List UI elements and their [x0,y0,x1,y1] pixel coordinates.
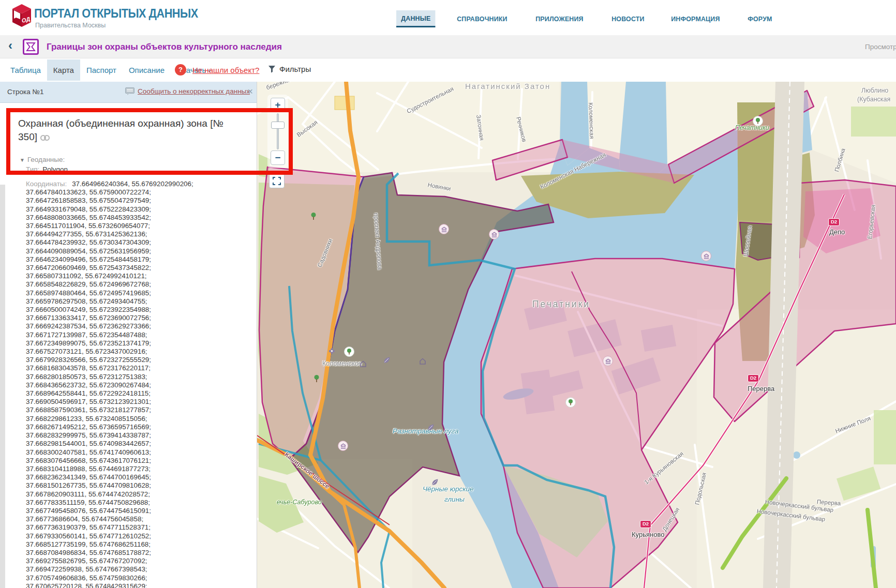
geodata-type: Тип:Polygon [26,165,68,173]
back-button[interactable]: ‹ [8,38,12,53]
coordinates-list: Координаты:37.664966240364, 55.676920299… [26,180,249,588]
record-title: Охранная (объединенная охранная) зона [№… [18,117,225,144]
coordinate-pair: 37.6688587590361, 55.6732181277857; [26,406,249,414]
record-panel-header: Строка №1 Сообщить о некорректных данных… [0,82,257,103]
coordinate-pair: 37.668229861233, 55.6732408515056; [26,415,249,423]
coordinate-pair: 37.6683076456668, 55.6743617076121; [26,457,249,465]
permalink-icon[interactable] [40,131,50,144]
nav-item-информация[interactable]: ИНФОРМАЦИЯ [666,11,725,26]
coordinate-pair: 37.6705749606836, 55.674759830266; [26,574,249,582]
comment-icon [125,87,135,95]
coordinate-pair: 37.6647840133623, 55.6759000722274; [26,188,249,197]
help-icon[interactable]: ? [175,64,186,76]
coordinate-pair: 37.6687084986834, 55.6747685178872; [26,549,249,557]
coordinate-pair: 37.6658548226829, 55.6724969672768; [26,280,249,289]
zoom-out-button[interactable]: − [271,150,285,165]
row-title: Строка №1 [7,88,43,96]
coordinate-pair: 37.6679928326566, 55.6723272555529; [26,356,249,364]
coordinate-pair: 37.6682801850573, 55.672312751383; [26,373,249,381]
coordinate-pair: 37.6684365623732, 55.6723090267484; [26,381,249,389]
coordinate-pair: 37.6659786297508, 55.672493404755; [26,297,249,306]
portal-subtitle: Правительства Москвы [35,22,106,29]
zoom-slider-handle[interactable] [271,122,285,129]
zoom-in-button[interactable]: + [271,98,285,112]
coordinate-pair: 37.6667133633417, 55.6723690072756; [26,314,249,322]
report-link-label: Сообщить о некорректных данных [138,87,250,95]
coordinates-first-line: Координаты:37.664966240364, 55.676920299… [26,180,249,188]
coordinate-pair: 37.6679330560141, 55.6747712610252; [26,532,249,540]
views-counter: Просмотре [865,43,896,51]
coordinate-pair: 37.6678620903111, 55.6744742028572; [26,490,249,499]
coordinate-pair: 37.6660500074249, 55.6723922354988; [26,306,249,314]
coordinate-pair: 37.6646234099496, 55.6725484458179; [26,255,249,264]
report-incorrect-data[interactable]: Сообщить о некорректных данных [125,87,250,95]
map-extent-button[interactable] [269,173,285,188]
tab-таблица[interactable]: Таблица [4,59,47,81]
record-panel: Строка №1 Сообщить о некорректных данных… [0,82,257,588]
funnel-icon [268,65,276,73]
map-zoom-control: + − [267,95,288,168]
coordinate-pair: 37.670625720128, 55.6748429315629; [26,582,249,588]
portal-window: ОД ПОРТАЛ ОТКРЫТЫХ ДАННЫХ Правительства … [0,0,896,588]
coordinate-pair: 37.6677495458076, 55.6744754615091; [26,507,249,515]
coordinate-pair: 37.6681501267735, 55.6744709810628; [26,481,249,490]
coordinate-pair: 37.669472259938, 55.6747667398543; [26,565,249,574]
coordinate-pair: 37.6677833511159, 55.6744750829688; [26,499,249,507]
portal-logo-icon[interactable]: ОД [11,3,32,31]
top-header: ОД ПОРТАЛ ОТКРЫТЫХ ДАННЫХ Правительства … [0,0,896,35]
coordinate-pair: 37.6669242387534, 55.6723629273366; [26,322,249,330]
map-graphics [257,82,896,588]
nav-item-новости[interactable]: НОВОСТИ [607,11,649,26]
coordinate-pair: 37.6683002407581, 55.6741740960613; [26,448,249,457]
coordinate-pair: 37.6689642558441, 55.6722922418115; [26,389,249,398]
coordinate-pair: 37.6682671495212, 55.6736595716569; [26,423,249,431]
filters-button[interactable]: Фильтры [268,65,311,73]
nav-item-данные[interactable]: ДАННЫЕ [396,10,436,27]
panel-gutter [0,185,5,588]
tab-bar: ТаблицаКартаПаспортОписаниеСкачать▾ ? Не… [0,58,896,82]
coordinate-pair: 37.6644090889054, 55.6725631956959; [26,247,249,255]
nav-item-приложения[interactable]: ПРИЛОЖЕНИЯ [531,11,588,26]
coordinate-pair: 37.664494277355, 55.6731425362136; [26,230,249,238]
nav-item-справочники[interactable]: СПРАВОЧНИКИ [452,11,512,26]
tab-паспорт[interactable]: Паспорт [80,59,123,81]
coordinate-pair: 37.6644784239932, 55.6730347304309; [26,238,249,247]
coordinate-pair: 37.66773686604, 55.6744756045858; [26,515,249,523]
coordinate-pair: 37.6692755826795, 55.674767207092; [26,557,249,565]
dataset-header: ‹ Границы зон охраны объектов культурног… [0,35,896,58]
coordinate-pair: 37.665807311092, 55.6724992410121; [26,272,249,280]
portal-title: ПОРТАЛ ОТКРЫТЫХ ДАННЫХ [34,6,198,21]
coordinate-pair: 37.6690504596917, 55.6732123921301; [26,398,249,406]
coordinate-pair: 37.6672349899075, 55.6723521374179; [26,339,249,348]
tab-карта[interactable]: Карта [47,59,80,81]
coordinate-pair: 37.6682832999975, 55.6739414338787; [26,431,249,440]
coordinate-pair: 37.6658974880464, 55.6724957419685; [26,289,249,297]
dataset-title: Границы зон охраны объектов культурного … [47,42,282,52]
coordinate-pair: 37.6682362341349, 55.6744700169645; [26,473,249,481]
tab-описание[interactable]: Описание [123,59,171,81]
coordinate-pair: 37.6649331679048, 55.6752228423309; [26,205,249,214]
close-icon[interactable]: × [247,86,253,97]
main-nav: ДАННЫЕСПРАВОЧНИКИПРИЛОЖЕНИЯНОВОСТИИНФОРМ… [396,9,780,28]
nav-item-форум[interactable]: ФОРУМ [743,11,777,26]
map-canvas[interactable]: бережнаяВысокаяСудостроительнаяЗатоннаяР… [257,82,896,588]
dataset-category-icon [23,39,39,55]
coordinate-pair: 37.6685127735199, 55.6747686251168; [26,540,249,549]
zoom-slider-track[interactable] [277,113,279,149]
coordinate-pair: 37.6671727139987, 55.672354487488; [26,331,249,339]
coordinate-pair: 37.6681683043578, 55.6723176220117; [26,364,249,372]
coordinate-pair: 37.6645117011904, 55.6732609654077; [26,222,249,230]
filters-label: Фильтры [279,65,311,73]
coordinate-pair: 37.6648808033665, 55.6748453933542; [26,214,249,222]
coordinate-pair: 37.6647261858583, 55.6755047297549; [26,197,249,205]
coordinate-pair: 37.6647206609469, 55.6725437345822; [26,264,249,272]
coordinate-pair: 37.6682981544001, 55.6740983442657; [26,440,249,448]
geodata-section-label[interactable]: ▼Геоданные: [20,156,65,163]
not-found-link[interactable]: Не нашли объект? [192,66,259,74]
extent-icon [273,177,281,185]
coordinate-pair: 37.6677363190379, 55.6747711528371; [26,523,249,532]
coordinate-pair: 37.6683104118988, 55.6744691877273; [26,465,249,473]
collapse-triangle-icon: ▼ [20,157,25,163]
coordinate-pair: 37.667527073121, 55.6723437002916; [26,348,249,356]
